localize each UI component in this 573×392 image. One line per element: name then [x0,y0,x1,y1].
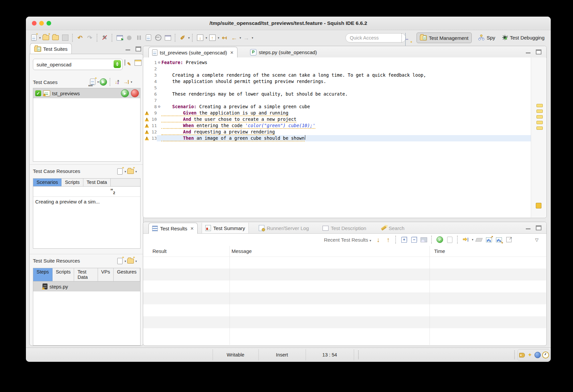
back-caret-icon[interactable]: ▾ [239,36,241,39]
clear-results-icon[interactable] [475,235,483,244]
clock-icon[interactable] [542,352,549,359]
filter-icon[interactable] [461,235,470,244]
new-folder-caret-icon[interactable]: ▾ [136,260,137,263]
overview-warning-marker[interactable] [536,115,543,118]
fold-collapse-icon[interactable]: ⊖ [157,59,161,66]
forward-caret-icon[interactable]: ▾ [252,36,253,39]
run-settings-icon[interactable]: → [122,77,131,86]
tab-runner-server-log[interactable]: Runner/Server Log [255,223,312,233]
perspective-test-management[interactable]: Test Management [417,33,472,43]
tab-test-suites[interactable]: Test Suites [30,43,72,54]
overview-warning-marker[interactable] [536,110,543,113]
quick-fix-caret-icon[interactable]: ▾ [188,36,190,39]
tab-steps[interactable]: Steps [33,268,52,281]
pause-icon[interactable] [135,33,143,42]
web-globe-icon[interactable] [534,352,541,359]
new-resource-icon[interactable]: ✦ [115,167,124,176]
run-application-icon[interactable]: ⚑ [115,33,124,42]
column-divider[interactable] [430,246,430,345]
column-message[interactable]: Message [232,248,252,254]
overview-summary-marker[interactable] [536,203,541,208]
view-menu-icon[interactable]: ▽ [535,237,538,242]
minimize-view-button[interactable] [126,47,132,51]
tab-tst-previews-feature[interactable]: tst_previews (suite_openscad) ✕ [148,47,238,58]
open-perspective-icon[interactable]: ✦ [405,33,408,45]
perspective-test-debugging[interactable]: Test Debugging [499,33,547,42]
quick-fix-icon[interactable]: ✐ [178,33,187,42]
new-resource-caret-icon[interactable]: ▾ [125,170,126,173]
web-browser-icon[interactable] [154,33,163,42]
column-divider[interactable] [230,246,230,345]
run-settings-caret-icon[interactable]: ▾ [131,80,133,84]
new-folder-icon[interactable]: ✦ [126,257,135,266]
run-test-case-icon[interactable]: ▶ [121,89,129,97]
tab-test-description[interactable]: Test Description [319,223,370,233]
previous-annotation-caret-icon[interactable]: ▾ [218,36,220,39]
suite-selector[interactable]: suite_openscad [33,59,123,70]
overview-warning-marker[interactable] [536,126,543,130]
minimize-results-button[interactable] [526,226,532,230]
editor-line-6[interactable]: 6 These renderings may be of lower quali… [143,91,531,97]
scroll-to-next-icon[interactable]: ↓ [374,235,382,244]
new-resource-caret-icon[interactable]: ▾ [125,260,126,263]
open-test-suite-icon[interactable]: ✦ [42,33,50,42]
disable-recording-icon[interactable]: ✎ [100,33,109,42]
overview-warning-marker[interactable] [536,104,543,107]
editor-line-2[interactable]: 2 [143,66,531,72]
tab-scripts[interactable]: Scripts [61,179,83,186]
test-case-checkbox[interactable]: ✓ [35,90,41,96]
editor-line-4[interactable]: 4 the application should permit getting … [143,78,531,85]
editor-line-9[interactable]: 9 Given the application is up and runnin… [143,110,531,116]
import-test-suite-icon[interactable] [51,33,60,42]
result-row[interactable] [143,280,546,292]
editor-line-7[interactable]: 7 [143,97,531,104]
result-row[interactable] [143,328,546,340]
close-tab-icon[interactable]: ✕ [230,50,234,55]
forward-icon[interactable]: → [242,33,251,42]
result-row[interactable] [143,292,546,304]
tab-scenarios[interactable]: Scenarios [33,179,61,186]
recent-test-results-dropdown[interactable]: Recent Test Results ▾ [324,237,371,243]
tab-test-summary[interactable]: Test Summary [202,223,249,233]
modify-suite-icon[interactable]: ✎ [125,60,125,65]
new-wizard-icon[interactable]: ✦ [29,33,38,42]
filter-caret-icon[interactable]: ▾ [472,238,473,241]
result-row[interactable] [143,257,546,269]
edit-document-icon[interactable] [144,33,153,42]
maximize-results-button[interactable] [536,225,542,230]
overview-ruler[interactable] [531,57,546,217]
tab-vps[interactable]: VPs [98,268,114,281]
export-results-icon[interactable]: ↗ [485,235,493,244]
editor-line-11[interactable]: 11 When entering the code 'color("green"… [143,122,531,129]
editor-line-13[interactable]: 13 Then an image of a green cube should … [143,135,531,141]
open-external-icon[interactable]: ↗ [505,235,513,244]
feature-editor[interactable]: 1⊖Feature: Previews23 Creating a complet… [143,57,531,217]
tab-scripts[interactable]: Scripts [52,268,74,281]
scroll-to-previous-icon[interactable]: ↑ [384,235,392,244]
new-bdd-test-case-icon[interactable]: ✦BDD [88,77,97,86]
tab-test-data[interactable]: Test Data [83,179,111,186]
maximize-view-button[interactable] [136,46,142,51]
result-row[interactable] [143,269,546,280]
new-wizard-caret-icon[interactable]: ▾ [39,36,41,39]
tab-search[interactable]: Search [378,223,408,233]
quick-access-input[interactable] [345,33,406,42]
tab-test-data[interactable]: Test Data [74,268,98,281]
new-folder-caret-icon[interactable]: ▾ [136,170,137,173]
undo-icon[interactable]: ↶ [76,33,85,42]
editor-line-12[interactable]: 12 And requesting a preview rendering [143,129,531,135]
tab-steps-py[interactable]: P steps.py (suite_openscad) [247,47,320,57]
collapse-all-icon[interactable]: − [410,235,418,244]
editor-line-10[interactable]: 10 And the user chose to create a new pr… [143,116,531,122]
editor-line-5[interactable]: 5 [143,85,531,91]
new-report-icon[interactable] [445,235,454,244]
editor-line-3[interactable]: 3 Creating a complete rendering of the s… [143,72,531,78]
result-row[interactable] [143,304,546,316]
next-annotation-caret-icon[interactable]: ▾ [206,36,207,39]
overview-warning-marker[interactable] [536,121,543,124]
annotation-tag-icon[interactable] [519,352,526,359]
previous-annotation-icon[interactable]: ↑ [208,33,217,42]
suite-settings-icon[interactable] [135,60,142,66]
new-test-case-caret-icon[interactable]: ▾ [97,80,99,84]
import-results-icon[interactable]: ↗ [495,235,503,244]
